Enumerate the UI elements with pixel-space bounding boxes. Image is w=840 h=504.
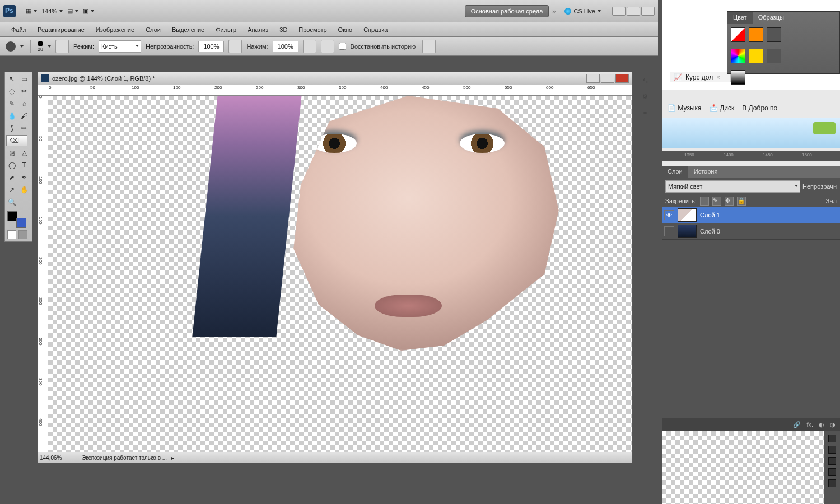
color-swatch[interactable] bbox=[749, 27, 763, 42]
status-zoom[interactable]: 144,06% bbox=[40, 455, 77, 461]
adjustment-icon[interactable]: ◑ bbox=[830, 421, 836, 428]
tab-swatches[interactable]: Образцы bbox=[753, 12, 790, 24]
menu-item[interactable]: 3D bbox=[274, 24, 293, 35]
sec-check[interactable] bbox=[828, 468, 836, 476]
tool-button[interactable]: ▨ bbox=[6, 147, 17, 158]
doc-minimize-button[interactable] bbox=[586, 74, 600, 83]
tool-button[interactable]: 💧 bbox=[6, 110, 17, 122]
tool-button[interactable]: 🖌 bbox=[18, 110, 30, 122]
lock-all-button[interactable]: 🔒 bbox=[737, 197, 746, 206]
layer-thumbnail[interactable] bbox=[678, 208, 697, 222]
menu-item[interactable]: Окно bbox=[333, 24, 358, 35]
menu-item[interactable]: Слои bbox=[140, 24, 166, 35]
extra-dropdown[interactable]: ▣ bbox=[81, 5, 96, 17]
canvas[interactable] bbox=[48, 96, 632, 452]
gradient-swatch[interactable] bbox=[731, 70, 745, 85]
restore-history-checkbox[interactable] bbox=[339, 43, 346, 50]
tool-button[interactable]: ◌ bbox=[6, 86, 17, 97]
browser-tab[interactable]: 📈 Курс дол × bbox=[670, 72, 731, 82]
mask-icon[interactable]: ◐ bbox=[819, 421, 824, 428]
menu-item[interactable]: Редактирование bbox=[32, 24, 90, 35]
color-wheel-swatch[interactable] bbox=[731, 49, 745, 63]
green-button[interactable] bbox=[813, 122, 836, 134]
menu-item[interactable]: Фильтр bbox=[210, 24, 242, 35]
fx-icon[interactable]: fx. bbox=[806, 421, 813, 428]
blend-mode-select[interactable]: Мягкий свет bbox=[665, 180, 800, 193]
tool-button[interactable]: ✂ bbox=[18, 86, 30, 97]
lock-position-button[interactable]: ✥ bbox=[725, 197, 734, 206]
tool-button[interactable]: ⌕ bbox=[18, 98, 30, 109]
ruler-horizontal[interactable]: 050100150200250300350400450500550600650 bbox=[38, 85, 632, 96]
tab-layers[interactable]: Слои bbox=[662, 166, 688, 178]
menu-item[interactable]: Изображение bbox=[90, 24, 140, 35]
sec-check[interactable] bbox=[828, 435, 836, 442]
quickmask-button[interactable] bbox=[18, 230, 27, 239]
airbrush-button[interactable] bbox=[303, 40, 316, 53]
color-swatch-picker[interactable] bbox=[6, 211, 27, 228]
lock-pixels-button[interactable]: ✎ bbox=[712, 197, 721, 206]
tool-button[interactable]: ↖ bbox=[6, 73, 17, 85]
doc-close-button[interactable] bbox=[615, 74, 629, 83]
chevrons-icon[interactable]: » bbox=[552, 8, 556, 15]
flow-input[interactable]: 100% bbox=[273, 41, 298, 52]
menu-item[interactable]: Файл bbox=[6, 24, 32, 35]
doc-maximize-button[interactable] bbox=[601, 74, 614, 83]
no-color-swatch[interactable] bbox=[731, 27, 745, 42]
zoom-dropdown[interactable]: 144% bbox=[39, 5, 65, 17]
color-swatch[interactable] bbox=[767, 27, 781, 42]
target-button[interactable] bbox=[422, 40, 436, 53]
layer-row[interactable]: 👁Слой 1 bbox=[662, 207, 840, 223]
tool-button[interactable]: ⌫ bbox=[6, 135, 27, 146]
tool-preset-chevron-icon[interactable] bbox=[20, 45, 24, 48]
bookmark-item[interactable]: B Добро по bbox=[742, 104, 777, 112]
menu-item[interactable]: Анализ bbox=[242, 24, 274, 35]
tool-button[interactable]: ⟆ bbox=[6, 123, 17, 134]
sec-check[interactable] bbox=[828, 457, 836, 465]
tool-button[interactable]: ↗ bbox=[6, 184, 17, 195]
tool-button[interactable]: ✒ bbox=[18, 172, 30, 183]
screen-mode-dropdown[interactable]: ▦ bbox=[24, 5, 39, 17]
workspace-button[interactable]: Основная рабочая среда bbox=[465, 5, 549, 17]
tool-button[interactable]: ⬈ bbox=[6, 172, 17, 183]
visibility-toggle[interactable] bbox=[664, 226, 674, 236]
bookmark-item[interactable]: 📄 Музыка bbox=[668, 104, 702, 112]
link-layers-icon[interactable]: 🔗 bbox=[793, 421, 801, 428]
tab-color[interactable]: Цвет bbox=[727, 12, 753, 24]
dock-icon[interactable]: ⇆ bbox=[638, 74, 652, 87]
standard-mode-button[interactable] bbox=[7, 230, 16, 239]
brush-picker-chevron-icon[interactable] bbox=[48, 45, 51, 48]
menu-item[interactable]: Выделение bbox=[166, 24, 210, 35]
cs-live-button[interactable]: CS Live bbox=[564, 8, 601, 15]
mode-select[interactable]: Кисть bbox=[99, 40, 141, 53]
tool-button[interactable]: △ bbox=[18, 147, 30, 158]
brush-panel-button[interactable] bbox=[55, 40, 69, 53]
flow-pressure-button[interactable] bbox=[321, 40, 334, 53]
lock-transparency-button[interactable] bbox=[700, 197, 709, 206]
color-swatch[interactable] bbox=[749, 49, 763, 63]
dock-icon[interactable]: ⚙ bbox=[638, 90, 652, 103]
tool-button[interactable]: ✏ bbox=[18, 123, 30, 134]
close-button[interactable] bbox=[641, 7, 655, 16]
dock-icon[interactable]: ≡ bbox=[638, 105, 652, 119]
tool-button[interactable]: ◯ bbox=[6, 160, 17, 171]
color-swatch[interactable] bbox=[767, 49, 781, 63]
layer-row[interactable]: Слой 0 bbox=[662, 223, 840, 240]
tab-history[interactable]: История bbox=[688, 166, 724, 178]
visibility-toggle[interactable]: 👁 bbox=[664, 210, 674, 220]
tool-button[interactable]: 🔍 bbox=[6, 197, 17, 208]
tool-button[interactable]: ✋ bbox=[18, 184, 30, 195]
tool-button[interactable]: T bbox=[18, 160, 30, 171]
ruler-vertical[interactable]: 050100150200250300350400 bbox=[38, 96, 48, 452]
sec-check[interactable] bbox=[828, 479, 836, 487]
maximize-button[interactable] bbox=[627, 7, 640, 16]
arrange-documents-dropdown[interactable]: ▤ bbox=[65, 5, 81, 17]
brush-preview-icon[interactable] bbox=[6, 41, 16, 52]
layer-thumbnail[interactable] bbox=[678, 225, 697, 238]
status-arrow-icon[interactable]: ▸ bbox=[171, 455, 174, 461]
opacity-input[interactable]: 100% bbox=[198, 41, 224, 52]
bookmark-item[interactable]: 📩 Диск bbox=[710, 104, 734, 112]
opacity-pressure-button[interactable] bbox=[228, 40, 242, 53]
menu-item[interactable]: Просмотр bbox=[293, 24, 332, 35]
document-titlebar[interactable]: ozero.jpg @ 144% (Слой 1, RGB/8) * bbox=[38, 72, 632, 85]
tab-close-icon[interactable]: × bbox=[716, 74, 720, 81]
